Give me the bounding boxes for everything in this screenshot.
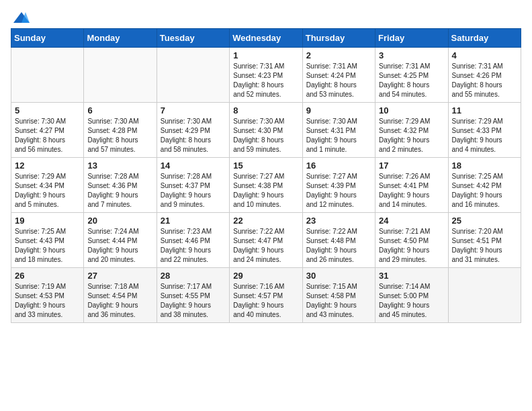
day-number: 15 [233, 161, 298, 171]
day-number: 12 [15, 161, 80, 171]
day-info: Sunrise: 7:29 AM Sunset: 4:33 PM Dayligh… [452, 117, 517, 154]
day-info: Sunrise: 7:26 AM Sunset: 4:41 PM Dayligh… [379, 172, 444, 210]
calendar-cell: 29Sunrise: 7:16 AM Sunset: 4:57 PM Dayli… [230, 268, 302, 323]
day-info: Sunrise: 7:24 AM Sunset: 4:44 PM Dayligh… [87, 227, 152, 265]
day-number: 30 [306, 271, 371, 281]
day-info: Sunrise: 7:30 AM Sunset: 4:30 PM Dayligh… [233, 117, 298, 154]
day-info: Sunrise: 7:30 AM Sunset: 4:31 PM Dayligh… [306, 117, 371, 154]
day-info: Sunrise: 7:30 AM Sunset: 4:28 PM Dayligh… [87, 117, 152, 154]
day-number: 22 [233, 216, 298, 226]
day-number: 11 [452, 105, 517, 116]
calendar-cell: 11Sunrise: 7:29 AM Sunset: 4:33 PM Dayli… [448, 103, 521, 158]
day-info: Sunrise: 7:23 AM Sunset: 4:46 PM Dayligh… [161, 227, 226, 265]
calendar-cell: 14Sunrise: 7:28 AM Sunset: 4:37 PM Dayli… [157, 158, 229, 213]
day-info: Sunrise: 7:14 AM Sunset: 5:00 PM Dayligh… [379, 282, 444, 320]
calendar-cell: 23Sunrise: 7:22 AM Sunset: 4:48 PM Dayli… [302, 213, 375, 268]
calendar-cell [448, 268, 521, 323]
day-number: 13 [87, 161, 152, 171]
day-info: Sunrise: 7:20 AM Sunset: 4:51 PM Dayligh… [452, 227, 517, 265]
day-of-week-header: Monday [84, 29, 157, 48]
calendar-cell: 2Sunrise: 7:31 AM Sunset: 4:24 PM Daylig… [302, 48, 375, 103]
calendar-cell: 28Sunrise: 7:17 AM Sunset: 4:55 PM Dayli… [157, 268, 229, 323]
calendar-cell: 13Sunrise: 7:28 AM Sunset: 4:36 PM Dayli… [84, 158, 157, 213]
day-number: 6 [87, 105, 152, 116]
calendar-week-row: 12Sunrise: 7:29 AM Sunset: 4:34 PM Dayli… [11, 158, 521, 213]
calendar-cell: 12Sunrise: 7:29 AM Sunset: 4:34 PM Dayli… [11, 158, 84, 213]
calendar-cell: 18Sunrise: 7:25 AM Sunset: 4:42 PM Dayli… [448, 158, 521, 213]
day-number: 21 [161, 216, 226, 226]
day-info: Sunrise: 7:16 AM Sunset: 4:57 PM Dayligh… [233, 282, 298, 320]
day-of-week-header: Saturday [448, 29, 521, 48]
day-info: Sunrise: 7:21 AM Sunset: 4:50 PM Dayligh… [379, 227, 444, 265]
calendar-cell: 8Sunrise: 7:30 AM Sunset: 4:30 PM Daylig… [230, 103, 302, 158]
day-number: 20 [87, 216, 152, 226]
day-number: 28 [161, 271, 226, 281]
calendar-cell: 27Sunrise: 7:18 AM Sunset: 4:54 PM Dayli… [84, 268, 157, 323]
day-info: Sunrise: 7:27 AM Sunset: 4:38 PM Dayligh… [233, 172, 298, 210]
day-info: Sunrise: 7:25 AM Sunset: 4:43 PM Dayligh… [15, 227, 80, 265]
day-number: 1 [233, 50, 298, 60]
calendar-table: SundayMondayTuesdayWednesdayThursdayFrid… [11, 28, 521, 323]
calendar-week-row: 1Sunrise: 7:31 AM Sunset: 4:23 PM Daylig… [11, 48, 521, 103]
calendar-cell: 24Sunrise: 7:21 AM Sunset: 4:50 PM Dayli… [375, 213, 448, 268]
calendar-cell: 9Sunrise: 7:30 AM Sunset: 4:31 PM Daylig… [302, 103, 375, 158]
day-number: 16 [306, 161, 371, 171]
day-info: Sunrise: 7:28 AM Sunset: 4:37 PM Dayligh… [161, 172, 226, 210]
day-info: Sunrise: 7:18 AM Sunset: 4:54 PM Dayligh… [87, 282, 152, 320]
day-number: 23 [306, 216, 371, 226]
day-info: Sunrise: 7:25 AM Sunset: 4:42 PM Dayligh… [452, 172, 517, 210]
day-number: 25 [452, 216, 517, 226]
calendar-cell: 25Sunrise: 7:20 AM Sunset: 4:51 PM Dayli… [448, 213, 521, 268]
calendar-week-row: 5Sunrise: 7:30 AM Sunset: 4:27 PM Daylig… [11, 103, 521, 158]
day-info: Sunrise: 7:29 AM Sunset: 4:32 PM Dayligh… [379, 117, 444, 154]
logo-icon [12, 11, 31, 24]
day-number: 24 [379, 216, 444, 226]
day-info: Sunrise: 7:27 AM Sunset: 4:39 PM Dayligh… [306, 172, 371, 210]
day-of-week-header: Thursday [302, 29, 375, 48]
calendar-week-row: 19Sunrise: 7:25 AM Sunset: 4:43 PM Dayli… [11, 213, 521, 268]
day-of-week-header: Friday [375, 29, 448, 48]
day-number: 2 [306, 50, 371, 60]
calendar-cell: 3Sunrise: 7:31 AM Sunset: 4:25 PM Daylig… [375, 48, 448, 103]
day-info: Sunrise: 7:15 AM Sunset: 4:58 PM Dayligh… [306, 282, 371, 320]
day-of-week-header: Tuesday [157, 29, 229, 48]
calendar-cell: 31Sunrise: 7:14 AM Sunset: 5:00 PM Dayli… [375, 268, 448, 323]
day-number: 17 [379, 161, 444, 171]
calendar-header-row: SundayMondayTuesdayWednesdayThursdayFrid… [11, 29, 521, 48]
calendar-cell [157, 48, 229, 103]
day-info: Sunrise: 7:22 AM Sunset: 4:48 PM Dayligh… [306, 227, 371, 265]
day-number: 27 [87, 271, 152, 281]
day-info: Sunrise: 7:31 AM Sunset: 4:23 PM Dayligh… [233, 62, 298, 99]
calendar-cell: 20Sunrise: 7:24 AM Sunset: 4:44 PM Dayli… [84, 213, 157, 268]
calendar-cell: 19Sunrise: 7:25 AM Sunset: 4:43 PM Dayli… [11, 213, 84, 268]
calendar-cell: 5Sunrise: 7:30 AM Sunset: 4:27 PM Daylig… [11, 103, 84, 158]
day-info: Sunrise: 7:30 AM Sunset: 4:27 PM Dayligh… [15, 117, 80, 154]
day-number: 14 [161, 161, 226, 171]
calendar-cell: 17Sunrise: 7:26 AM Sunset: 4:41 PM Dayli… [375, 158, 448, 213]
day-info: Sunrise: 7:28 AM Sunset: 4:36 PM Dayligh… [87, 172, 152, 210]
day-of-week-header: Sunday [11, 29, 84, 48]
calendar-cell: 7Sunrise: 7:30 AM Sunset: 4:29 PM Daylig… [157, 103, 229, 158]
logo [11, 11, 31, 21]
day-number: 8 [233, 105, 298, 116]
day-info: Sunrise: 7:30 AM Sunset: 4:29 PM Dayligh… [161, 117, 226, 154]
calendar-cell [84, 48, 157, 103]
day-info: Sunrise: 7:19 AM Sunset: 4:53 PM Dayligh… [15, 282, 80, 320]
calendar-cell: 16Sunrise: 7:27 AM Sunset: 4:39 PM Dayli… [302, 158, 375, 213]
day-info: Sunrise: 7:17 AM Sunset: 4:55 PM Dayligh… [161, 282, 226, 320]
calendar-cell [11, 48, 84, 103]
day-number: 10 [379, 105, 444, 116]
day-of-week-header: Wednesday [230, 29, 302, 48]
day-info: Sunrise: 7:29 AM Sunset: 4:34 PM Dayligh… [15, 172, 80, 210]
day-info: Sunrise: 7:31 AM Sunset: 4:26 PM Dayligh… [452, 62, 517, 99]
calendar-cell: 21Sunrise: 7:23 AM Sunset: 4:46 PM Dayli… [157, 213, 229, 268]
day-number: 19 [15, 216, 80, 226]
calendar-cell: 15Sunrise: 7:27 AM Sunset: 4:38 PM Dayli… [230, 158, 302, 213]
day-number: 9 [306, 105, 371, 116]
day-info: Sunrise: 7:22 AM Sunset: 4:47 PM Dayligh… [233, 227, 298, 265]
calendar-cell: 26Sunrise: 7:19 AM Sunset: 4:53 PM Dayli… [11, 268, 84, 323]
calendar-cell: 10Sunrise: 7:29 AM Sunset: 4:32 PM Dayli… [375, 103, 448, 158]
calendar-cell: 30Sunrise: 7:15 AM Sunset: 4:58 PM Dayli… [302, 268, 375, 323]
day-number: 29 [233, 271, 298, 281]
calendar-cell: 1Sunrise: 7:31 AM Sunset: 4:23 PM Daylig… [230, 48, 302, 103]
